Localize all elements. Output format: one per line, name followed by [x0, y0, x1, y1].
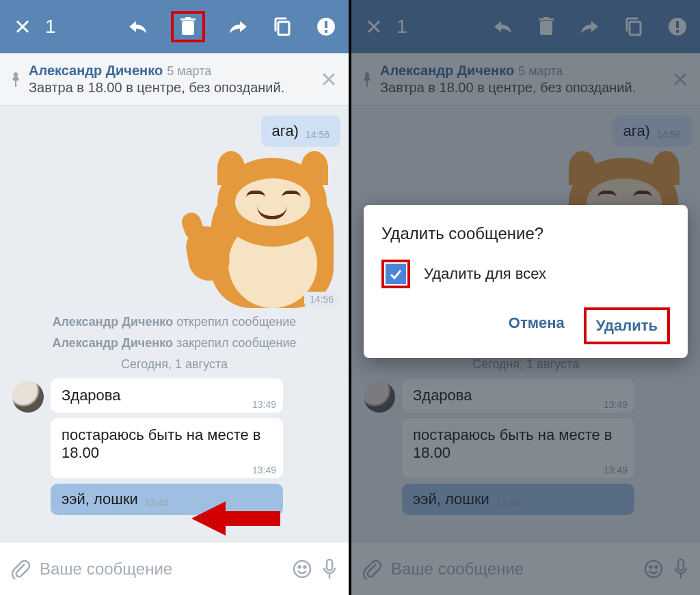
svg-point-10	[304, 566, 306, 568]
message-text: ээй, лошки	[62, 490, 138, 508]
copy-button[interactable]	[272, 16, 293, 37]
delete-for-all-checkbox[interactable]	[386, 264, 406, 284]
message-time: 14:56	[306, 129, 329, 140]
message-input-bar: Ваше сообщение	[0, 542, 349, 595]
checkbox-highlight	[381, 260, 410, 288]
chat-area[interactable]: ага) 14:56 14:56 Александр Диченко откре…	[0, 106, 349, 546]
svg-rect-3	[278, 22, 289, 35]
svg-rect-6	[325, 30, 327, 33]
message-text: Здарова	[62, 387, 121, 404]
date-separator: Сегодня, 1 августа	[8, 357, 340, 372]
message-text: ага)	[272, 122, 299, 140]
pinned-message-bar[interactable]: Александр Диченко5 марта Завтра в 18.00 …	[0, 53, 349, 106]
message-in-1[interactable]: Здарова 13:49	[51, 378, 283, 413]
screen-right: 1 Александр Диченко5 марта Завтра в 18.0…	[351, 0, 700, 595]
dialog-title: Удалить сообщение?	[381, 224, 670, 243]
message-time: 13:49	[145, 497, 169, 508]
svg-point-8	[294, 561, 310, 577]
delete-button-highlighted	[171, 11, 205, 42]
message-out-1[interactable]: ага) 14:56	[261, 115, 340, 147]
message-time: 13:49	[252, 399, 276, 410]
attach-button[interactable]	[11, 559, 30, 579]
svg-rect-0	[182, 21, 194, 35]
message-text: постараюсь быть на месте в 18.00	[62, 426, 261, 461]
svg-rect-5	[325, 21, 327, 28]
avatar[interactable]	[12, 381, 44, 413]
message-in-2[interactable]: постараюсь быть на месте в 18.00 13:49	[51, 418, 283, 478]
report-button[interactable]	[316, 16, 336, 37]
confirm-delete-button[interactable]: Удалить	[587, 310, 667, 342]
delete-confirm-dialog: Удалить сообщение? Удалить для всех Отме…	[364, 205, 688, 358]
sticker-cat-thumbsup[interactable]	[183, 151, 340, 308]
svg-rect-11	[327, 559, 332, 570]
svg-point-9	[299, 566, 301, 568]
selection-count: 1	[45, 16, 56, 38]
emoji-button[interactable]	[293, 559, 312, 579]
forward-button[interactable]	[228, 16, 249, 37]
svg-rect-2	[185, 17, 191, 19]
system-message-unpinned: Александр Диченко открепил сообщение	[8, 315, 340, 329]
confirm-button-highlight: Удалить	[584, 307, 670, 344]
pin-icon	[10, 72, 22, 87]
checkbox-label: Удалить для всех	[424, 265, 546, 283]
delete-button[interactable]	[178, 16, 198, 37]
close-selection-button[interactable]	[12, 16, 33, 37]
message-input[interactable]: Ваше сообщение	[40, 559, 283, 579]
screen-left: 1	[0, 0, 349, 595]
cancel-button[interactable]: Отмена	[499, 307, 574, 344]
selection-toolbar: 1	[0, 0, 349, 53]
pinned-content: Александр Диченко5 марта Завтра в 18.00 …	[29, 63, 319, 96]
pinned-close-button[interactable]	[319, 72, 339, 87]
pinned-date: 5 марта	[167, 64, 211, 78]
system-message-pinned: Александр Диченко закрепил сообщение	[8, 336, 340, 350]
svg-rect-7	[15, 81, 16, 87]
pinned-text: Завтра в 18.00 в центре, без опозданий.	[29, 80, 319, 96]
voice-button[interactable]	[321, 558, 338, 580]
pinned-author: Александр Диченко	[29, 63, 163, 78]
annotation-arrow	[191, 501, 280, 536]
reply-button[interactable]	[127, 16, 148, 37]
sticker-time: 14:56	[304, 292, 339, 307]
message-time: 13:49	[252, 465, 276, 475]
